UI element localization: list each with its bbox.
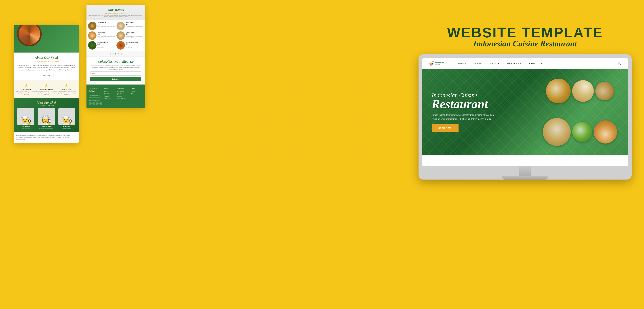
chef-name-3: David Adi: [57, 126, 76, 127]
mobile-food-image: [17, 25, 42, 46]
chef-figure-1: 👨‍🍳: [20, 116, 32, 125]
dot-2[interactable]: [112, 53, 114, 55]
footer-other-col: Other Contact Us Help Privacy: [131, 88, 143, 105]
dot-4[interactable]: [118, 53, 119, 55]
footer-about-privacy[interactable]: Privacy Policy: [104, 98, 116, 99]
footer-about-title: About: [104, 88, 116, 90]
footer-social-icons: f i t p: [89, 102, 102, 105]
feature-text-3: Lorem ipsum dolor sit amet, consectetur …: [56, 91, 76, 96]
menu-price-6: $9: [126, 43, 144, 46]
monitor-logo: 🍜 Indonesian Cuisine: [428, 61, 444, 66]
footer-services-chef[interactable]: Our Chef: [117, 93, 130, 94]
footer-other-title: Other: [131, 88, 143, 90]
mobile-template: About Our Food No.1 Restaurant in Indone…: [14, 25, 79, 143]
menu-desc-4: Lorem ipsum dolor sit amet, consectetur …: [126, 36, 144, 39]
menu-price-1: $5: [98, 24, 115, 26]
menu-item-img-6: [116, 41, 125, 50]
footer-services-delivery[interactable]: Delivery: [117, 96, 130, 97]
mobile-read-more-button[interactable]: Read More: [39, 73, 53, 77]
footer-brand-col: Indonesian Cuisine Lorem ipsum dolor sit…: [89, 88, 102, 105]
dot-5[interactable]: [121, 53, 122, 55]
subscribe-button[interactable]: Subcribe: [90, 77, 141, 81]
wt-menu-subtitle: Indonesian Cuisine Restaurant: [89, 12, 143, 14]
monitor-main-title: WEBSITE TEMPLATE: [418, 25, 632, 41]
social-pinterest-icon[interactable]: p: [100, 102, 102, 105]
wt-menu-title: Our Menus: [89, 8, 143, 12]
chef-card-2: 👩‍🍳 Renata June Restaurant General Manag…: [37, 108, 56, 129]
mobile-about-section: About Our Food No.1 Restaurant in Indone…: [14, 53, 79, 80]
nav-link-contact[interactable]: CONTACT: [529, 62, 542, 65]
feature-text-1: Lorem ipsum dolor sit amet, consectetur …: [16, 91, 36, 96]
footer-about-forum[interactable]: Forum: [104, 94, 116, 96]
menu-desc-6: Lorem ipsum dolor sit amet, consectetur …: [126, 46, 144, 48]
menu-item-img-1: [88, 22, 96, 30]
logo-text-bottom: Cuisine: [435, 64, 444, 66]
chef-photo-2: 👩‍🍳: [38, 108, 55, 125]
mobile-footer-text: Lorem ipsum dolor sit amet, consectetur …: [14, 132, 79, 143]
chef-name-1: Edwin Bas: [16, 126, 36, 127]
nav-link-delivery[interactable]: DELIVERY: [507, 62, 522, 65]
star-icon-3: ★: [56, 83, 76, 88]
mobile-features-section: ★ Fast Delivery Lorem ipsum dolor sit am…: [14, 80, 79, 98]
menu-item-img-4: [116, 31, 125, 40]
search-icon[interactable]: 🔍: [618, 62, 622, 66]
feature-label-3: Rich of taste: [56, 89, 76, 90]
menu-name-1: Nasi Lemak: [98, 22, 115, 24]
menu-price-3: $5: [98, 33, 115, 36]
mobile-header: [14, 25, 79, 53]
nav-link-menu[interactable]: MENU: [474, 62, 482, 65]
dot-3[interactable]: [115, 53, 116, 55]
carousel-dots: [86, 51, 145, 56]
footer-services-title: Services: [117, 88, 130, 90]
menu-desc-2: Lorem ipsum dolor sit amet, consectetur …: [126, 26, 144, 29]
feature-professional-chef: ★ Professional Chef Lorem ipsum dolor si…: [36, 83, 56, 96]
menu-item-mi-goreng: Mi Goreng Aceh $9 Lorem ipsum dolor sit …: [116, 41, 144, 50]
footer-other-privacy[interactable]: Privacy: [131, 94, 143, 96]
website-template: Our Menus Indonesian Cuisine Restaurant …: [86, 5, 145, 108]
nav-link-home[interactable]: HOME: [458, 62, 466, 65]
social-instagram-icon[interactable]: i: [92, 102, 95, 105]
monitor-hero-content: Indonesian Cuisine Restaurant Lorem ipsu…: [432, 92, 618, 132]
chefs-row: 👨‍🍳 Edwin Bas Executive Chef 👩‍🍳 Renata …: [16, 108, 76, 129]
footer-services-payment[interactable]: Payment Method: [117, 98, 130, 99]
footer-about-ourfoods[interactable]: Our Foods: [104, 93, 116, 94]
menu-item-img-2: [116, 22, 125, 30]
wt-menu-grid: Nasi Lemak $5 Lorem ipsum dolor sit amet…: [86, 20, 145, 51]
menu-price-2: $7: [126, 24, 144, 26]
chef-photo-3: 👨‍🍳: [58, 108, 75, 125]
email-input[interactable]: [90, 71, 141, 76]
monitor-frame: 🍜 Indonesian Cuisine HOME MENU ABOUT DEL…: [418, 54, 632, 180]
chef-name-2: Renata June: [37, 126, 56, 127]
footer-services-book[interactable]: How to Book: [117, 91, 130, 92]
footer-services-forum[interactable]: Forum: [117, 94, 130, 96]
website-footer: Indonesian Cuisine Lorem ipsum dolor sit…: [86, 85, 145, 108]
feature-label-2: Professional Chef: [36, 89, 56, 90]
menu-desc-3: Lorem ipsum dolor sit amet, consectetur …: [98, 36, 115, 39]
menu-item-img-5: [88, 41, 96, 50]
footer-other-contact[interactable]: Contact Us: [131, 91, 143, 92]
mobile-chef-subtitle: They Are Nice & Friendly: [16, 104, 76, 106]
book-now-button[interactable]: Book Now!: [432, 124, 458, 132]
social-twitter-icon[interactable]: t: [96, 102, 99, 105]
footer-services-col: Services How to Book Our Chef Forum Deli…: [117, 88, 130, 105]
feature-text-2: Lorem ipsum dolor sit amet, consectetur …: [36, 91, 56, 96]
monitor-stand-base: [502, 176, 548, 180]
chef-card-3: 👨‍🍳 David Adi Sambal Specialist: [57, 108, 76, 129]
subscribe-text: Lorem ipsum dolor sit amet, consectetur …: [90, 65, 141, 70]
chef-figure-3: 👨‍🍳: [61, 116, 72, 125]
footer-about-timetable[interactable]: Timetable: [104, 96, 116, 97]
nav-link-about[interactable]: ABOUT: [490, 62, 500, 65]
footer-about-history[interactable]: History: [104, 91, 116, 92]
social-facebook-icon[interactable]: f: [89, 102, 92, 105]
menu-name-5: Mi Cabe Hijau: [98, 41, 115, 43]
chef-role-2: Restaurant General Manager: [37, 127, 56, 129]
subscribe-title: Subscribe And Follow Us: [90, 60, 141, 64]
menu-item-nasi-lemak: Nasi Lemak $5 Lorem ipsum dolor sit amet…: [88, 22, 115, 30]
hero-desc: Lorem ipsum dolor sit amet, consectetur …: [432, 113, 500, 121]
footer-other-help[interactable]: Help: [131, 93, 143, 94]
dot-1[interactable]: [110, 53, 111, 55]
menu-item-nasi-uduk: Nasi Uduk $7 Lorem ipsum dolor sit amet,…: [116, 22, 144, 30]
chef-photo-1: 👨‍🍳: [17, 108, 34, 125]
mobile-about-text: Lorem ipsum dolor sit amet, consectetur …: [16, 64, 76, 71]
star-icon-1: ★: [16, 83, 36, 88]
